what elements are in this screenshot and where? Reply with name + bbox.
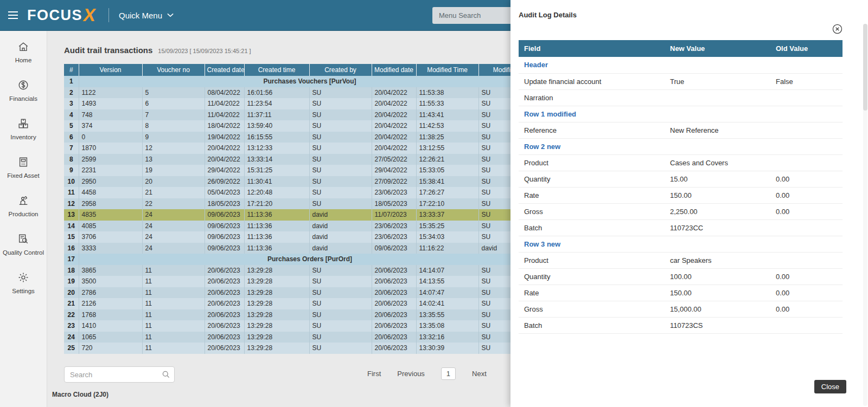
cell: 13:29:28 [244, 309, 309, 321]
cell: david [309, 243, 372, 254]
inventory-icon [17, 118, 29, 130]
cell: 20 [142, 176, 205, 188]
cell: 14:13:55 [416, 276, 478, 287]
cell: 1410 [79, 320, 142, 332]
table-row[interactable]: 1537062409/06/202311:13:36david23/06/202… [64, 231, 541, 243]
cell: 11 [142, 332, 205, 343]
row-number: 21 [64, 298, 79, 309]
row-number: 6 [64, 132, 79, 143]
table-row[interactable]: 4748711/04/202211:37:11SU20/04/202211:43… [64, 109, 541, 121]
cell: 14:14:07 [416, 265, 478, 276]
table-row[interactable]: 718701220/04/202213:12:33SU20/04/202213:… [64, 143, 541, 154]
cell: SU [309, 309, 372, 321]
cell: 11 [142, 320, 205, 332]
sidebar-item-production[interactable]: Production [0, 195, 47, 218]
table-row[interactable]: 1229582218/05/202317:21:20SU18/05/202317… [64, 198, 541, 210]
new-value: 100.00 [665, 268, 770, 285]
quick-menu-label: Quick Menu [119, 11, 162, 20]
table-row[interactable]: 1633332409/06/202311:13:36david09/06/202… [64, 243, 541, 254]
table-row[interactable]: 257201120/06/202313:29:28SU20/06/202313:… [64, 343, 541, 354]
table-row[interactable]: 5374818/04/202213:59:40SU20/04/202211:42… [64, 120, 541, 132]
new-value: 110723CS [665, 317, 770, 333]
cell: SU [309, 332, 372, 343]
table-row[interactable]: 922311929/04/202215:31:25SU29/04/202215:… [64, 165, 541, 176]
column-header-created-time[interactable]: Created time [244, 64, 309, 76]
column-header-modified-date[interactable]: Modified date [372, 64, 416, 76]
cell: 13:33:37 [416, 209, 478, 221]
old-value: 0.00 [770, 301, 843, 317]
table-row[interactable]: 1029502026/09/202211:30:41SU27/09/202215… [64, 176, 541, 188]
table-row[interactable]: 1935001120/06/202313:29:28SU20/06/202314… [64, 276, 541, 287]
table-row[interactable]: 2027861120/06/202313:29:28SU20/06/202314… [64, 287, 541, 299]
detail-row: Rate150.000.00 [519, 285, 843, 301]
table-row[interactable]: 1144582105/04/202312:20:48SU23/06/202317… [64, 187, 541, 198]
cell: 20/04/2022 [372, 87, 416, 99]
cell: 12:26:21 [416, 154, 478, 165]
table-row[interactable]: 60919/04/202216:15:55SU20/04/202211:38:2… [64, 132, 541, 143]
column-header-voucher-no[interactable]: Voucher no [142, 64, 205, 76]
pagination-button-first[interactable]: First [367, 370, 381, 378]
sidebar-item-financials[interactable]: Financials [0, 79, 47, 103]
table-row[interactable]: 2217681120/06/202313:29:28SU20/06/202313… [64, 309, 541, 321]
cell: 12 [142, 143, 205, 154]
row-number: 18 [64, 265, 79, 276]
group-row[interactable]: 1Purchases Vouchers [PurVou] [64, 76, 541, 87]
cell: 20/06/2023 [372, 276, 416, 287]
cell: 20/06/2023 [372, 265, 416, 276]
search-icon[interactable] [162, 370, 170, 381]
column-header-[interactable]: # [64, 64, 79, 76]
cell: 2950 [79, 176, 142, 188]
cell: SU [309, 132, 372, 143]
table-row[interactable]: 1838651120/06/202313:29:28SU20/06/202314… [64, 265, 541, 276]
cell: SU [309, 98, 372, 109]
column-header-created-by[interactable]: Created by [309, 64, 372, 76]
pagination-button-next[interactable]: Next [472, 370, 487, 378]
field-name: Batch [519, 317, 665, 333]
macro-cloud-label: Macro Cloud (2J0) [52, 391, 108, 398]
close-circle-icon[interactable] [832, 23, 843, 35]
new-value: 15,000.00 [665, 301, 770, 317]
table-row[interactable]: 1348352409/06/202311:13:36david11/07/202… [64, 209, 541, 221]
column-header-created-date[interactable]: Created date [205, 64, 244, 76]
table-row[interactable]: 21122508/04/202216:01:56SU20/04/202211:5… [64, 87, 541, 99]
column-header-modified-time[interactable]: Modified Time [416, 64, 478, 76]
cell: 11 [142, 276, 205, 287]
cell: 11:37:11 [244, 109, 309, 121]
table-search-input[interactable] [64, 366, 175, 383]
sidebar-item-fixed-asset[interactable]: Fixed Asset [0, 156, 47, 180]
quick-menu-dropdown[interactable]: Quick Menu [119, 11, 174, 20]
sidebar-item-settings[interactable]: Settings [0, 272, 47, 295]
section-row: Header [519, 57, 843, 73]
table-row[interactable]: 825991320/04/202213:33:14SU27/05/202212:… [64, 154, 541, 165]
old-value: 0.00 [770, 187, 843, 203]
hamburger-icon[interactable] [8, 11, 18, 20]
cell: 11:53:38 [416, 87, 478, 99]
panel-scrollbar[interactable] [863, 24, 867, 406]
old-value [770, 154, 843, 171]
cell: SU [309, 165, 372, 176]
table-row[interactable]: 1440852409/06/202311:13:36david23/06/202… [64, 221, 541, 232]
cell: 11:13:36 [244, 221, 309, 232]
group-row[interactable]: 17Purchases Orders [PurOrd] [64, 254, 541, 265]
cell: SU [309, 109, 372, 121]
sidebar-item-quality-control[interactable]: Quality Control [0, 233, 47, 257]
sidebar-item-inventory[interactable]: Inventory [0, 118, 47, 141]
table-row[interactable]: 2121261120/06/202313:29:28SU20/06/202314… [64, 298, 541, 309]
cell: 11:42:53 [416, 120, 478, 132]
new-value: 150.00 [665, 187, 770, 203]
pagination-button-1[interactable]: 1 [441, 367, 456, 380]
main-table-header-row: #VersionVoucher noCreated dateCreated ti… [64, 64, 541, 76]
table-row[interactable]: 2314101120/06/202313:29:28SU20/06/202313… [64, 320, 541, 332]
cell: 13:35:08 [416, 320, 478, 332]
page-title: Audit trail transactions [64, 46, 152, 55]
panel-scrollbar-thumb[interactable] [863, 24, 867, 111]
pagination-button-previous[interactable]: Previous [397, 370, 425, 378]
cell: 11:43:41 [416, 109, 478, 121]
column-header-version[interactable]: Version [79, 64, 142, 76]
sidebar-item-home[interactable]: Home [0, 41, 47, 64]
table-row[interactable]: 31493611/04/202211:23:54SU20/04/202211:5… [64, 98, 541, 109]
close-button[interactable]: Close [814, 380, 846, 393]
cell: 09/06/2023 [205, 221, 244, 232]
cell: 22 [142, 198, 205, 210]
table-row[interactable]: 2410651120/06/202313:29:28SU20/06/202313… [64, 332, 541, 343]
